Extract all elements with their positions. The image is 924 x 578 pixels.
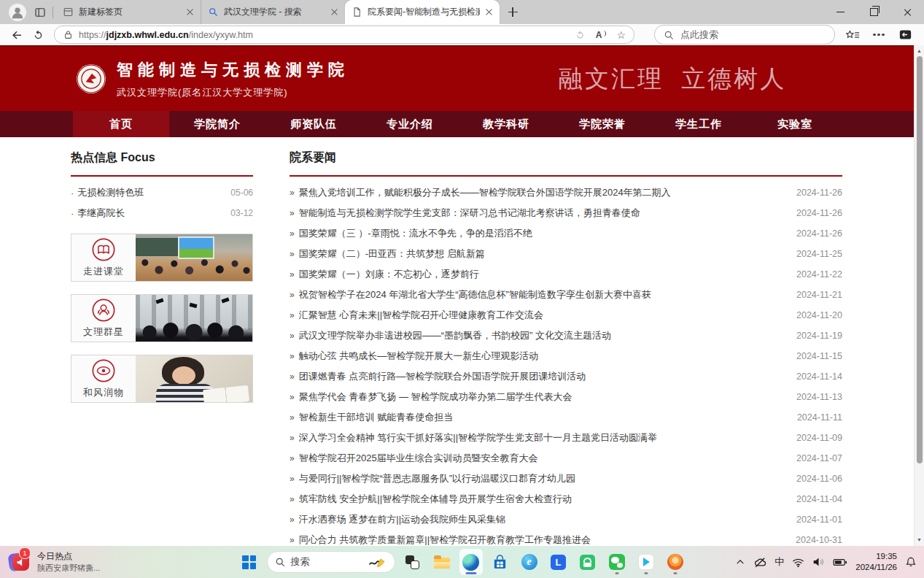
sidebar-search-box[interactable]: 点此搜索 [654,25,835,45]
close-window-button[interactable] [890,0,924,24]
news-date: 2024-11-04 [796,494,842,504]
nav-item[interactable]: 学院简介 [169,111,265,137]
tab-current[interactable]: 院系要闻-智能制造与无损检测学院 [345,0,500,24]
news-bullet: » [290,535,295,545]
back-button[interactable] [10,28,23,42]
profile-avatar[interactable] [9,4,26,21]
card-graduates[interactable]: 文理群星 [71,294,253,342]
news-item[interactable]: » 触动心弦 共鸣成长—智检学院开展大一新生心理观影活动 2024-11-15 [290,346,842,366]
minimize-button[interactable] [823,0,857,24]
edge-icon [462,554,479,571]
news-item[interactable]: » 同心合力 共筑教学质量新篇章||智检学院召开教育教学工作专题推进会 2024… [290,530,842,546]
nav-item[interactable]: 师资队伍 [265,111,362,137]
file-explorer-button[interactable] [430,549,454,575]
news-item[interactable]: » 武汉文理学院举办非遗进校园——“墨韵飘香，书韵校园” 文化交流主题活动 20… [290,325,842,346]
onedrive-paused-icon[interactable] [753,557,766,568]
ime-indicator[interactable]: 中 [774,555,784,569]
close-tab-icon[interactable] [485,8,493,16]
classroom-photo [136,234,252,281]
wifi-icon[interactable] [792,557,804,568]
tencent-video-button[interactable] [634,549,658,575]
lenovo-app-button[interactable] [547,549,570,575]
start-button[interactable] [238,549,261,575]
news-item[interactable]: » 汗水洒赛场 逐梦在前方||运动会我院师生风采集锦 2024-11-01 [290,509,842,530]
microsoft-store-button[interactable] [489,549,512,575]
news-item[interactable]: » 深入学习全会精神 笃行实干抓好落实||智检学院学生党支部十一月主题党日活动圆… [290,428,842,448]
tab-actions-icon[interactable] [34,6,47,19]
news-item[interactable]: » 团课燃青春 点亮前行路—智检学院联合外国语学院开展团课培训活动 2024-1… [290,366,842,387]
nav-item[interactable]: 学院荣誉 [554,111,651,137]
page-scrollbar[interactable]: ▲ ▼ [914,45,924,546]
address-bar[interactable]: https://jdjzxb.whwl.edu.cn/index/yxyw.ht… [54,26,634,44]
read-aloud-icon[interactable]: A [596,30,607,40]
news-item[interactable]: » 聚焦入党培训工作，赋能积极分子成长——智检学院联合外国语学院开展2024年第… [290,182,842,203]
nav-item[interactable]: 学生工作 [651,111,747,137]
news-bullet: » [290,433,295,443]
close-tab-icon[interactable] [186,8,194,16]
mascot-icon [667,554,683,570]
focus-list: · 无损检测特色班 05-06 · 李继高院长 03-12 [71,182,253,223]
scrollbar-thumb[interactable] [917,56,923,463]
edge-button[interactable] [459,549,483,575]
nav-item[interactable]: 首页 [73,111,169,137]
game-app-button[interactable] [664,549,687,575]
focus-item[interactable]: · 李继高院长 03-12 [71,203,253,223]
news-bullet: » [290,474,295,484]
nav-item[interactable]: 实验室 [747,111,843,137]
focus-item[interactable]: · 无损检测特色班 05-06 [71,182,253,203]
browser-toolbar: https://jdjzxb.whwl.edu.cn/index/yxyw.ht… [0,24,924,45]
clock[interactable]: 19:35 2024/11/26 [855,551,897,573]
divider [53,7,53,18]
news-item[interactable]: » 国奖荣耀（二）-田亚西：共筑梦想 启航新篇 2024-11-25 [290,244,842,264]
battery-icon[interactable] [833,557,847,568]
refresh-button[interactable] [32,28,45,42]
scrollbar-up-icon[interactable]: ▲ [915,47,924,55]
news-item[interactable]: » 国奖荣耀（一）刘康：不忘初心，逐梦前行 2024-11-22 [290,264,842,285]
scrollbar-down-icon[interactable]: ▼ [915,536,924,544]
news-date: 2024-11-25 [796,249,842,259]
news-item[interactable]: » 汇聚智慧 心育未来||智检学院召开心理健康教育工作交流会 2024-11-2… [290,305,842,325]
news-date: 2024-11-22 [796,269,842,280]
news-date: 2024-11-14 [796,371,842,382]
tab-search-result[interactable]: 武汉文理学院 - 搜索 [201,0,345,24]
card-classroom[interactable]: 走进课堂 [71,234,253,282]
news-item[interactable]: » 智检新生干部培训 赋能青春使命担当 2024-11-11 [290,407,842,428]
settings-more-icon[interactable] [870,26,888,44]
news-column: 院系要闻 » 聚焦入党培训工作，赋能积极分子成长——智检学院联合外国语学院开展2… [290,149,842,546]
tab-new-tab-page[interactable]: 新建标签页 [56,0,201,24]
notifications-bell-icon[interactable] [905,556,917,568]
news-item[interactable]: » 祝贺智检学子在2024 年湖北省大学生“高德信息杯”智能制造数字孪生创新大赛… [290,285,842,305]
news-date: 2024-10-31 [796,535,842,545]
news-bullet: » [290,515,295,525]
hidden-icons-chevron[interactable] [735,558,745,566]
favorites-hub-icon[interactable] [844,26,861,44]
news-bullet: » [290,392,295,402]
widgets-button[interactable]: 1 今日热点 陕西安康野猪撕... [0,551,147,573]
sidebar-toggle-icon[interactable] [896,26,914,44]
widget-text: 今日热点 陕西安康野猪撕... [37,551,100,573]
legacy-browser-button[interactable] [518,549,541,575]
news-item[interactable]: » 聚焦学代会 青春梦飞扬 — 智检学院成功举办第二届学生代表大会 2024-1… [290,387,842,407]
wechat-button[interactable] [605,549,629,575]
news-title: 团课燃青春 点亮前行路—智检学院联合外国语学院开展团课培训活动 [299,370,586,383]
news-item[interactable]: » 筑牢防线 安全护航||智检学院全体辅导员开展学生宿舍大检查行动 2024-1… [290,489,842,509]
task-view-button[interactable] [401,549,424,575]
favorite-star-icon[interactable]: ☆ [616,30,626,40]
sync-icon[interactable] [575,29,586,40]
close-tab-icon[interactable] [330,8,338,16]
news-item[interactable]: » 智检学院召开2025届毕业生综合实训动员暨安全教育大会 2024-11-07 [290,448,842,469]
new-tab-button[interactable] [504,4,521,21]
nav-item[interactable]: 专业介绍 [362,111,458,137]
card-reading[interactable]: 和风润物 [71,355,253,403]
card-name: 和风润物 [83,386,124,399]
news-item[interactable]: » 智能制造与无损检测学院学生党支部：深研习总书记湖北考察讲话，勇担青春使命 2… [290,203,842,223]
app-store-button[interactable] [576,549,599,575]
news-date: 2024-11-13 [796,392,842,402]
nav-item[interactable]: 教学科研 [458,111,554,137]
news-item[interactable]: » 国奖荣耀（三 ）-章雨悦：流水不争先，争的是滔滔不绝 2024-11-26 [290,223,842,244]
volume-icon[interactable] [812,557,825,567]
restore-button[interactable] [857,0,890,24]
news-item[interactable]: » 与爱同行||智检学院“普恩志愿服务队”以行动温暖汉口郡育才幼儿园 2024-… [290,469,842,489]
site-slogan: 融文汇理 立德树人 [559,63,786,96]
taskbar-search-box[interactable]: 搜索 [267,551,395,573]
